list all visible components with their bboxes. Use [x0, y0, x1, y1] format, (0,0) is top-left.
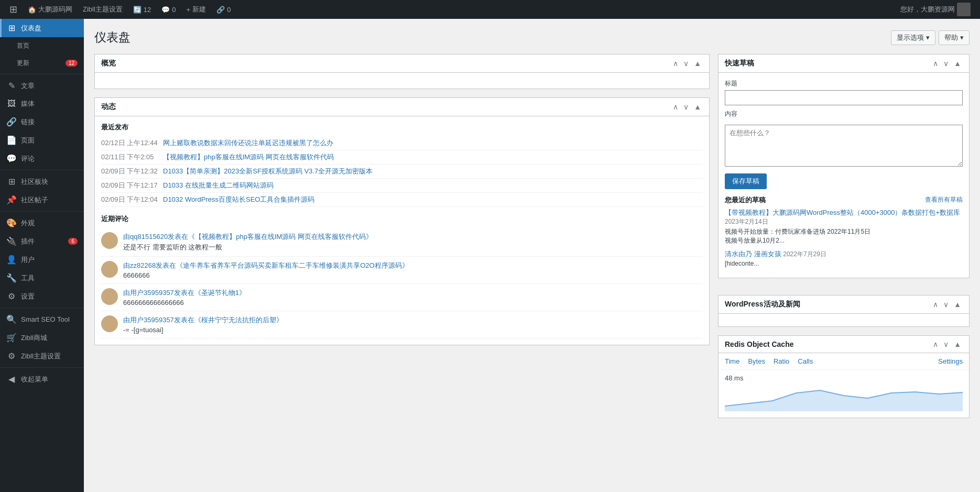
sidebar-item-dashboard[interactable]: ⊞ 仪表盘 — [0, 19, 84, 37]
sidebar-item-appearance[interactable]: 🎨 外观 — [0, 214, 84, 232]
add-icon: + — [187, 6, 191, 14]
comment-post-link[interactable]: 途牛养车省养车平台源码买卖新车租车二手车维修装潢共享O2O程序源码》 — [183, 261, 408, 269]
sidebar-item-settings[interactable]: ⚙ 设置 — [0, 287, 84, 305]
comment-content: 由用户35959357发表在《桜井宁宁无法抗拒的后塑》 -= -[g=tuosa… — [123, 315, 703, 334]
overview-controls: ∧ ∨ ▲ — [671, 59, 703, 68]
list-item: 02/09日 下午12:04 D1032 WordPress百度站长SEO工具合… — [101, 193, 703, 207]
adminbar-updates[interactable]: 🔄 12 — [129, 0, 155, 19]
save-draft-button[interactable]: 保存草稿 — [725, 173, 767, 189]
draft-content-textarea[interactable] — [725, 125, 963, 167]
redis-tab-ratio[interactable]: Ratio — [774, 357, 789, 365]
comment-post-link[interactable]: 桜井宁宁无法抗拒的后塑》 — [201, 316, 283, 324]
redis-collapse-up-btn[interactable]: ∧ — [931, 340, 940, 348]
header-buttons: 显示选项 ▾ 帮助 ▾ — [891, 30, 970, 45]
post-link[interactable]: D1033【简单亲测】2023全新SF授权系统源码 V3.7全开源无加密版本 — [163, 167, 373, 176]
wp-news-collapse-up-btn[interactable]: ∧ — [931, 300, 940, 309]
chevron-down-icon-help: ▾ — [960, 34, 964, 41]
overview-collapse-up-btn[interactable]: ∧ — [671, 59, 680, 68]
list-item: 02/11日 下午2:05 【视频教程】php客服在线IM源码 网页在线客服软件… — [101, 150, 703, 165]
draft-item: 清水由乃 漫画女孩 2022年7月29日 [hideconte... — [725, 249, 963, 267]
wp-news-toggle-btn[interactable]: ▲ — [952, 300, 963, 309]
post-link[interactable]: D1033 在线批量生成二维码网站源码 — [163, 181, 274, 190]
adminbar-user[interactable]: 您好，大鹏资源网 — [896, 0, 975, 19]
sidebar-collapse-menu[interactable]: ◀ 收起菜单 — [0, 370, 84, 388]
help-button[interactable]: 帮助 ▾ — [939, 30, 970, 45]
tools-icon: 🔧 — [6, 273, 17, 283]
dashboard-icon: ⊞ — [6, 23, 17, 33]
redis-tab-time[interactable]: Time — [725, 357, 739, 365]
quick-draft-toggle-btn[interactable]: ▲ — [952, 59, 963, 68]
redis-tab-bytes[interactable]: Bytes — [748, 357, 765, 365]
comment-content: 由zz82268发表在《途牛养车省养车平台源码买卖新车租车二手车维修装潢共享O2… — [123, 261, 703, 279]
redis-collapse-down-btn[interactable]: ∨ — [942, 340, 950, 348]
sidebar-item-zibll-shop[interactable]: 🛒 Zibll商城 — [0, 329, 84, 347]
recent-published-label: 最近发布 — [101, 123, 703, 132]
updates-icon: 🔄 — [133, 6, 141, 14]
sidebar-item-community-boards[interactable]: ⊞ 社区板块 — [0, 172, 84, 191]
activity-controls: ∧ ∨ ▲ — [671, 103, 703, 111]
adminbar-new[interactable]: + 新建 — [182, 0, 211, 19]
adminbar-site-name[interactable]: 🏠 大鹏源码网 — [24, 0, 77, 19]
collapse-icon: ◀ — [6, 374, 17, 384]
sidebar-item-tools[interactable]: 🔧 工具 — [0, 269, 84, 287]
comment-post-link[interactable]: 【视频教程】php客服在线IM源码 网页在线客服软件代码》 — [195, 233, 373, 240]
chevron-down-icon: ▾ — [926, 34, 930, 41]
sidebar-item-pages[interactable]: 📄 页面 — [0, 131, 84, 149]
activity-collapse-up-btn[interactable]: ∧ — [671, 103, 680, 111]
redis-controls: ∧ ∨ ▲ — [931, 340, 963, 348]
main-layout: ⊞ 仪表盘 首页 更新 12 ✎ 文章 🖼 媒体 🔗 链接 📄 页面 💬 — [0, 19, 980, 492]
svg-marker-0 — [725, 390, 963, 411]
dashboard-grid: 概览 ∧ ∨ ▲ 动态 — [94, 54, 970, 482]
display-options-button[interactable]: 显示选项 ▾ — [891, 30, 935, 45]
adminbar-links[interactable]: 🔗 0 — [212, 0, 235, 19]
sidebar-item-plugins[interactable]: 🔌 插件 6 — [0, 232, 84, 250]
post-link[interactable]: 【视频教程】php客服在线IM源码 网页在线客服软件代码 — [163, 152, 334, 162]
redis-tab-calls[interactable]: Calls — [798, 357, 813, 365]
activity-collapse-down-btn[interactable]: ∨ — [682, 103, 690, 111]
quick-draft-collapse-down-btn[interactable]: ∨ — [942, 59, 950, 68]
sidebar-item-zibll-settings[interactable]: ⚙ Zibll主题设置 — [0, 347, 84, 365]
sidebar-item-users[interactable]: 👤 用户 — [0, 250, 84, 269]
sidebar-item-media[interactable]: 🖼 媒体 — [0, 95, 84, 113]
draft-title-link-2[interactable]: 清水由乃 漫画女孩 — [725, 250, 781, 258]
adminbar-zibll[interactable]: Zibll主题设置 — [79, 0, 127, 19]
comment-post-link[interactable]: 圣诞节礼物1》 — [201, 289, 246, 297]
community-posts-icon: 📌 — [6, 195, 17, 205]
wp-news-collapse-down-btn[interactable]: ∨ — [942, 300, 950, 309]
post-link[interactable]: 网上赌取教说数据末回传还说注单延迟违规被黑了怎么办 — [163, 138, 333, 148]
post-link[interactable]: D1032 WordPress百度站长SEO工具合集插件源码 — [163, 195, 314, 204]
content-header: 仪表盘 显示选项 ▾ 帮助 ▾ — [94, 29, 970, 46]
overview-toggle-btn[interactable]: ▲ — [692, 59, 703, 68]
redis-chart-svg — [725, 382, 963, 411]
comment-item: 由用户35959357发表在《圣诞节礼物1》 6666666666666666 — [101, 284, 703, 311]
comment-item: 由qq81515620发表在《【视频教程】php客服在线IM源码 网页在线客服软… — [101, 228, 703, 257]
left-column: 概览 ∧ ∨ ▲ 动态 — [94, 54, 710, 482]
activity-toggle-btn[interactable]: ▲ — [692, 103, 703, 111]
quick-draft-header: 快速草稿 ∧ ∨ ▲ — [718, 54, 969, 73]
comments-sidebar-icon: 💬 — [6, 154, 17, 163]
quick-draft-collapse-up-btn[interactable]: ∧ — [931, 59, 940, 68]
redis-toggle-btn[interactable]: ▲ — [952, 340, 963, 348]
sidebar-item-updates[interactable]: 更新 12 — [0, 54, 84, 72]
adminbar-logo[interactable]: ⊞ — [5, 0, 21, 19]
sidebar-item-links[interactable]: 🔗 链接 — [0, 113, 84, 131]
redis-header: Redis Object Cache ∧ ∨ ▲ — [718, 336, 969, 353]
draft-title-input[interactable] — [725, 90, 963, 105]
redis-body: 48 ms — [718, 370, 969, 418]
overview-widget-header: 概览 ∧ ∨ ▲ — [95, 54, 709, 73]
redis-settings-link[interactable]: Settings — [938, 357, 963, 365]
recent-comments-label: 近期评论 — [101, 214, 703, 224]
view-all-drafts-link[interactable]: 查看所有草稿 — [925, 195, 963, 205]
overview-collapse-down-btn[interactable]: ∨ — [682, 59, 690, 68]
sidebar-item-comments[interactable]: 💬 评论 — [0, 149, 84, 168]
adminbar-comments[interactable]: 💬 0 — [157, 0, 180, 19]
activity-header-left: 动态 — [101, 102, 116, 112]
sidebar-item-smart-seo[interactable]: 🔍 Smart SEO Tool — [0, 310, 84, 329]
appearance-icon: 🎨 — [6, 218, 17, 228]
draft-title-link[interactable]: 【带视频教程】大鹏源码网WordPress整站（4000+3000）条数据打包+… — [725, 209, 960, 216]
sidebar-item-home[interactable]: 首页 — [0, 37, 84, 54]
sidebar-item-posts[interactable]: ✎ 文章 — [0, 76, 84, 95]
redis-tabs: Time Bytes Ratio Calls Settings — [718, 353, 969, 370]
comment-item: 由zz82268发表在《途牛养车省养车平台源码买卖新车租车二手车维修装潢共享O2… — [101, 257, 703, 284]
sidebar-item-community-posts[interactable]: 📌 社区帖子 — [0, 191, 84, 209]
